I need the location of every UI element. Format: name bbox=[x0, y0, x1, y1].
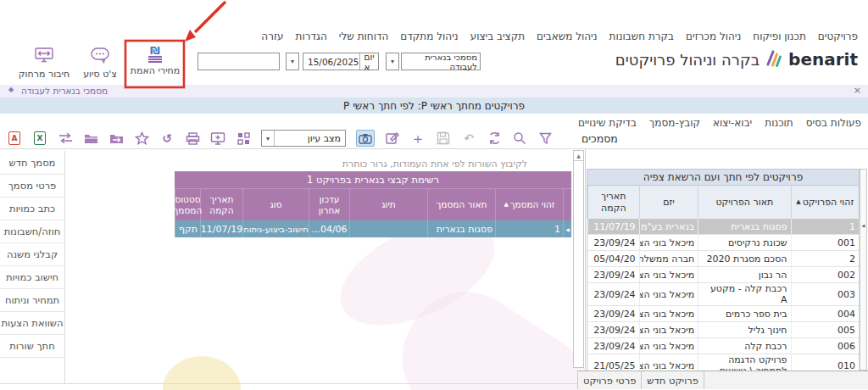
doc-menu-item-1[interactable]: פעולות בסיס bbox=[806, 117, 861, 129]
remote-connection-label: חיבור מרחוק bbox=[19, 69, 70, 80]
tab-benarit-docs[interactable]: מסמכי בנארית לעבודה bbox=[21, 86, 108, 96]
excel-export-icon[interactable]: X bbox=[32, 131, 47, 147]
files-column-header[interactable]: סוג bbox=[242, 189, 309, 220]
history-icon[interactable]: ↺ bbox=[159, 131, 175, 147]
grid-icon[interactable] bbox=[236, 131, 251, 147]
main-menu-item-2[interactable]: תכנון ופיקוח bbox=[753, 31, 805, 42]
projects-table-row[interactable]: 003רכבת קלה - מקטע Aמיכאל בוני הצפ...23/… bbox=[587, 283, 859, 306]
sidebar-item-9[interactable]: חתך שורות bbox=[0, 335, 64, 358]
sidebar-item-1[interactable]: מסמך חדש bbox=[0, 152, 64, 175]
projects-column-header[interactable]: תאריך הקמה bbox=[587, 186, 639, 219]
vertical-scrollbar[interactable]: ▲ bbox=[573, 150, 584, 368]
support-chat-button[interactable]: צ'ט סיוע bbox=[76, 47, 124, 80]
sliders-icon[interactable] bbox=[58, 131, 73, 147]
new-project-button[interactable]: פרויקט חדש bbox=[642, 371, 704, 389]
remote-connection-button[interactable]: חיבור מרחוק bbox=[17, 47, 71, 80]
docs-combo-caret[interactable]: ▾ bbox=[386, 53, 399, 70]
camera-view-toggle[interactable] bbox=[356, 130, 375, 147]
folder-icon[interactable] bbox=[83, 131, 98, 147]
projects-cell: 001 bbox=[791, 235, 860, 250]
projects-cell: 23/09/24 bbox=[587, 283, 639, 305]
main-menu-item-8[interactable]: הדוחות שלי bbox=[339, 31, 388, 42]
files-column-header[interactable]: תאור המסמך bbox=[427, 189, 495, 220]
day-value: יום א bbox=[359, 53, 379, 70]
date-dropdown-caret[interactable]: ▾ bbox=[286, 53, 299, 70]
monitor-plus-icon[interactable] bbox=[210, 131, 225, 147]
main-menu-item-7[interactable]: ניהול מתקדם bbox=[400, 31, 458, 42]
truth-prices-button[interactable]: ₪ מחירי האמת bbox=[128, 46, 182, 76]
files-column-header[interactable]: זהוי המסמך▲ bbox=[495, 189, 563, 220]
annotation-arrow bbox=[195, 2, 225, 32]
files-column-header[interactable]: תאריך הקמה bbox=[200, 189, 242, 220]
sidebar-item-5[interactable]: קבלני משנה bbox=[0, 243, 64, 266]
view-mode-dropdown[interactable]: ▾ מצב עיון bbox=[261, 130, 346, 147]
files-table-title: רשימת קבצי בנארית בפרויקט 1 bbox=[175, 171, 571, 189]
undo-icon[interactable]: ↶ bbox=[461, 131, 476, 147]
projects-table-row[interactable]: 004בית ספר כרמיםמיכאל בוני הצפ...23/09/2… bbox=[587, 306, 859, 322]
save-icon[interactable] bbox=[436, 131, 451, 147]
projects-cell: מיכאל בוני הצפ... bbox=[639, 283, 698, 305]
files-column-header[interactable]: עדכון אחרון bbox=[309, 189, 349, 220]
files-table-row[interactable]: ◀1פסגות בנארית04/06...חישוב-ביצוע-ניתוח1… bbox=[175, 220, 571, 237]
star-icon[interactable] bbox=[134, 131, 149, 147]
sidebar-item-8[interactable]: השוואת הצעות bbox=[0, 312, 64, 335]
benarit-logo-icon bbox=[765, 48, 782, 70]
projects-column-header[interactable]: יזם bbox=[639, 186, 698, 219]
scroll-up-icon[interactable]: ▲ bbox=[574, 151, 583, 161]
projects-cell: רכבת קלה - מקטע A bbox=[698, 283, 790, 305]
support-chat-label: צ'ט סיוע bbox=[83, 69, 117, 80]
projects-table-row[interactable]: 006רכבת קלהמיכאל בוני הצפ...23/09/24 bbox=[587, 338, 859, 354]
sidebar-item-4[interactable]: חוזה/חשבונות bbox=[0, 220, 64, 243]
project-details-button[interactable]: פרטי פרויקט bbox=[577, 371, 642, 389]
main-menu-item-3[interactable]: ניהול מכרזים bbox=[686, 31, 741, 42]
add-icon[interactable]: ＋ bbox=[410, 131, 426, 147]
folder-export-icon[interactable] bbox=[108, 131, 124, 147]
main-menu-item-10[interactable]: עזרה bbox=[261, 31, 283, 42]
main-menu-item-6[interactable]: תקציב ביצוע bbox=[470, 31, 525, 42]
close-icon[interactable]: × bbox=[854, 85, 861, 96]
doc-menu-item-4[interactable]: קובץ-מסמך bbox=[649, 117, 700, 129]
files-table-rows: ◀1פסגות בנארית04/06...חישוב-ביצוע-ניתוח1… bbox=[175, 220, 571, 237]
docs-combo-value: מסמכי בנארית לעבודה bbox=[402, 53, 477, 71]
chat-icon bbox=[90, 47, 110, 66]
projects-cell: 05/04/20 bbox=[587, 251, 639, 266]
doc-menu-item-5[interactable]: בדיקת שינויים bbox=[578, 117, 637, 129]
sidebar-item-3[interactable]: כתב כמויות bbox=[0, 198, 64, 220]
projects-table-row[interactable]: 002הר נבוןמיכאל בוני הצפ...23/09/24 bbox=[587, 267, 859, 283]
projects-table-row[interactable]: 1פסגות בנאריתבנארית בע"מ11/07/19 bbox=[587, 219, 859, 235]
main-menu-item-1[interactable]: פרויקטים bbox=[818, 31, 858, 42]
sidebar-item-7[interactable]: תמחיר וניתוח bbox=[0, 289, 64, 312]
search-icon[interactable] bbox=[512, 131, 527, 147]
refresh-icon[interactable] bbox=[487, 131, 502, 147]
projects-cell: 23/09/24 bbox=[587, 338, 639, 354]
brand: benarit בקרה וניהול פרויקטים bbox=[615, 48, 858, 70]
main-menu-item-4[interactable]: בקרת חשבונות bbox=[609, 31, 674, 42]
filter-icon[interactable] bbox=[537, 131, 553, 147]
projects-cell: מיכאל בוני הצפ... bbox=[639, 338, 698, 354]
printer-icon[interactable] bbox=[185, 131, 200, 147]
current-record-icon: ◀ bbox=[862, 223, 865, 228]
sidebar-item-2[interactable]: פרטי מסמך bbox=[0, 175, 64, 198]
docs-combo[interactable]: מסמכי בנארית לעבודה bbox=[401, 53, 481, 70]
doc-menu-item-2[interactable]: תוכנות bbox=[765, 117, 793, 129]
pdf-export-icon[interactable]: A bbox=[7, 131, 22, 147]
projects-column-header[interactable]: זהוי הפרויקט▲ bbox=[791, 186, 860, 219]
date-field[interactable]: 15/06/2025 יום א bbox=[303, 53, 379, 70]
projects-column-header[interactable]: תאור הפרויקט bbox=[698, 186, 790, 219]
tab-bar: ◆ מסמכי בנארית לעבודה × bbox=[0, 85, 868, 98]
edit-icon[interactable] bbox=[385, 131, 400, 147]
main-menu-item-9[interactable]: הגדרות bbox=[296, 31, 327, 42]
projects-table-row[interactable]: 2הסכם מסגרת 2020חברה ממשלתית05/04/20 bbox=[587, 251, 859, 267]
main-menu-item-5[interactable]: ניהול משאבים bbox=[537, 31, 598, 42]
projects-table-row[interactable]: 005חינוך גלילמיכאל בוני הצפ...23/09/24 bbox=[587, 322, 859, 338]
search-input[interactable] bbox=[198, 53, 280, 70]
sidebar-divider bbox=[64, 151, 65, 384]
files-cell: תקף bbox=[175, 220, 200, 237]
projects-table-row[interactable]: 001שכונת נרקיסיםמיכאל בוני הצפ...23/09/2… bbox=[587, 235, 859, 251]
files-column-header[interactable]: תיוג bbox=[349, 189, 427, 220]
files-column-header[interactable]: סטטוס המסמך bbox=[175, 189, 200, 220]
doc-menu-item-3[interactable]: יבוא-יצוא bbox=[713, 117, 752, 129]
projects-footer: פרטי פרויקט פרויקט חדש bbox=[577, 370, 868, 389]
sidebar-item-6[interactable]: חישוב כמויות bbox=[0, 266, 64, 289]
sort-icon: ▲ bbox=[504, 201, 509, 208]
